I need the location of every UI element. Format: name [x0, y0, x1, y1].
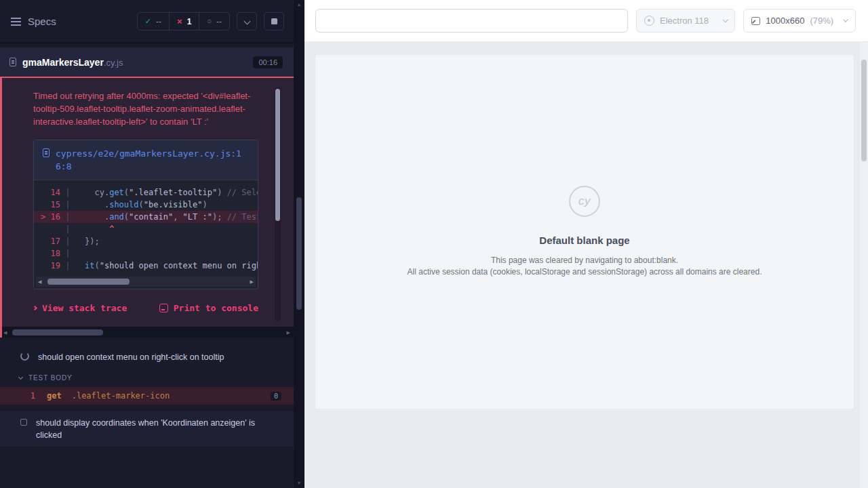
- aut-container: cy Default blank page This page was clea…: [304, 42, 860, 488]
- pending-icon: ○: [207, 18, 212, 25]
- chevron-down-icon: [243, 18, 250, 25]
- print-to-console-button[interactable]: Print to console: [159, 303, 258, 313]
- scroll-up-icon[interactable]: ▲: [297, 0, 302, 9]
- console-icon: [159, 304, 168, 312]
- failed-test-block: Timed out retrying after 4000ms: expecte…: [0, 77, 294, 338]
- viewport-icon: [751, 17, 760, 25]
- view-stack-trace-label: View stack trace: [42, 303, 127, 313]
- chevron-right-icon: [33, 306, 37, 310]
- file-icon: [43, 148, 50, 157]
- collapse-button[interactable]: [237, 12, 257, 30]
- test-item-running[interactable]: should open context menu on right-click …: [0, 346, 294, 369]
- test-stats: ✓ -- × 1 ○ --: [137, 12, 230, 30]
- reporter-vscrollbar[interactable]: ▲ ▼: [294, 0, 304, 488]
- browser-selector[interactable]: Electron 118: [636, 9, 735, 33]
- view-stack-trace-button[interactable]: View stack trace: [33, 303, 127, 313]
- hscroll-thumb[interactable]: [47, 279, 129, 285]
- spec-file-name: gmaMarkersLayer: [22, 57, 104, 68]
- error-message: Timed out retrying after 4000ms: expecte…: [33, 89, 262, 128]
- stat-pending-value: --: [216, 17, 222, 26]
- code-line: | ^: [34, 223, 258, 235]
- spec-file-icon: [9, 58, 16, 66]
- stat-failed[interactable]: × 1: [169, 13, 199, 30]
- test-item-queued[interactable]: should display coordinates when 'Koordin…: [0, 411, 294, 447]
- blank-page-line2: All active session data (cookies, localS…: [408, 266, 762, 278]
- command-count-badge: 0: [271, 392, 281, 401]
- error-panel: Timed out retrying after 4000ms: expecte…: [0, 77, 294, 327]
- aut-toolbar: Electron 118 1000x660 (79%): [304, 0, 860, 42]
- test-body-label: TEST BODY: [28, 374, 73, 382]
- error-vscrollbar[interactable]: [275, 87, 281, 321]
- reporter-header: Specs ✓ -- × 1 ○ --: [0, 0, 294, 43]
- viewport-size: 1000x660: [766, 16, 804, 26]
- command-method: get: [47, 391, 62, 401]
- scroll-right-icon[interactable]: ▶: [287, 330, 290, 335]
- cypress-logo: cy: [569, 186, 600, 217]
- test-title: should display coordinates when 'Koordin…: [36, 417, 260, 441]
- command-row[interactable]: 1 get .leaflet-marker-icon 0: [0, 387, 294, 405]
- hscroll-thumb[interactable]: [12, 329, 102, 336]
- spec-file-ext: .cy.js: [104, 58, 123, 68]
- aut-iframe: cy Default blank page This page was clea…: [315, 55, 854, 409]
- spec-file-row[interactable]: gmaMarkersLayer.cy.js 00:16: [0, 47, 294, 77]
- print-to-console-label: Print to console: [174, 303, 258, 313]
- specs-list-icon[interactable]: [11, 18, 21, 26]
- specs-title: Specs: [28, 16, 56, 27]
- main-area: Electron 118 1000x660 (79%) cy Default b…: [304, 0, 860, 488]
- check-icon: ✓: [145, 18, 151, 25]
- scroll-left-icon[interactable]: ◀: [3, 330, 7, 335]
- code-frame: cypress/e2e/gmaMarkersLayer.cy.js:16:8 1…: [33, 140, 258, 289]
- blank-page-line1: This page was cleared by navigating to a…: [408, 255, 762, 266]
- code-line: > 16 | .and("contain", "LT :"); // Test: [34, 211, 258, 223]
- code-line: 15 | .should("be.visible"): [34, 199, 258, 211]
- command-number: 1: [0, 391, 35, 401]
- app-window: Specs ✓ -- × 1 ○ --: [0, 0, 868, 488]
- reporter-hscrollbar[interactable]: ◀ ▶: [0, 327, 294, 338]
- window-vscrollbar[interactable]: [860, 0, 868, 488]
- blank-page-title: Default blank page: [539, 235, 629, 246]
- test-list: should open context menu on right-click …: [0, 338, 294, 447]
- spec-duration: 00:16: [253, 56, 283, 68]
- browser-label: Electron 118: [660, 16, 709, 26]
- code-frame-file-link[interactable]: cypress/e2e/gmaMarkersLayer.cy.js:16:8: [56, 147, 249, 173]
- queued-test-icon: [20, 419, 27, 426]
- stat-failed-value: 1: [187, 17, 192, 26]
- code-frame-header: cypress/e2e/gmaMarkersLayer.cy.js:16:8: [34, 140, 258, 180]
- url-input[interactable]: [315, 9, 628, 33]
- vscroll-thumb[interactable]: [861, 60, 867, 161]
- stop-icon: [271, 18, 277, 24]
- spinner-icon: [20, 352, 29, 361]
- code-line: 19 | it("should open context menu on rig…: [34, 260, 258, 272]
- command-args: .leaflet-marker-icon: [72, 391, 170, 401]
- electron-icon: [644, 16, 654, 26]
- vscroll-thumb[interactable]: [296, 197, 302, 310]
- code-line: 14 | cy.get(".leaflet-tooltip") // Sele: [34, 186, 258, 199]
- test-title: should open context menu on right-click …: [38, 351, 224, 363]
- stat-passed[interactable]: ✓ --: [138, 13, 169, 30]
- vscroll-thumb[interactable]: [275, 89, 280, 221]
- chevron-down-icon: [18, 374, 23, 379]
- chevron-down-icon: [844, 17, 848, 22]
- stat-pending[interactable]: ○ --: [199, 13, 229, 30]
- scroll-left-icon[interactable]: ◀: [38, 279, 41, 284]
- blank-page-description: This page was cleared by navigating to a…: [408, 255, 762, 278]
- test-body-toggle[interactable]: TEST BODY: [0, 369, 294, 386]
- stat-passed-value: --: [156, 17, 161, 26]
- cypress-reporter: Specs ✓ -- × 1 ○ --: [0, 0, 294, 488]
- scroll-down-icon[interactable]: ▼: [297, 479, 302, 488]
- viewport-selector[interactable]: 1000x660 (79%): [743, 9, 856, 33]
- error-actions: View stack trace Print to console: [33, 303, 258, 313]
- code-line: 17 | });: [34, 235, 258, 247]
- code-line: 18 |: [34, 247, 258, 260]
- x-icon: ×: [177, 17, 182, 26]
- viewport-scale: (79%): [810, 16, 833, 26]
- stop-button[interactable]: [264, 12, 284, 30]
- code-lines: 14 | cy.get(".leaflet-tooltip") // Sele …: [34, 180, 258, 274]
- chevron-down-icon: [722, 17, 728, 22]
- code-frame-hscrollbar[interactable]: ◀ ▶: [36, 277, 256, 287]
- scroll-right-icon[interactable]: ▶: [250, 279, 254, 284]
